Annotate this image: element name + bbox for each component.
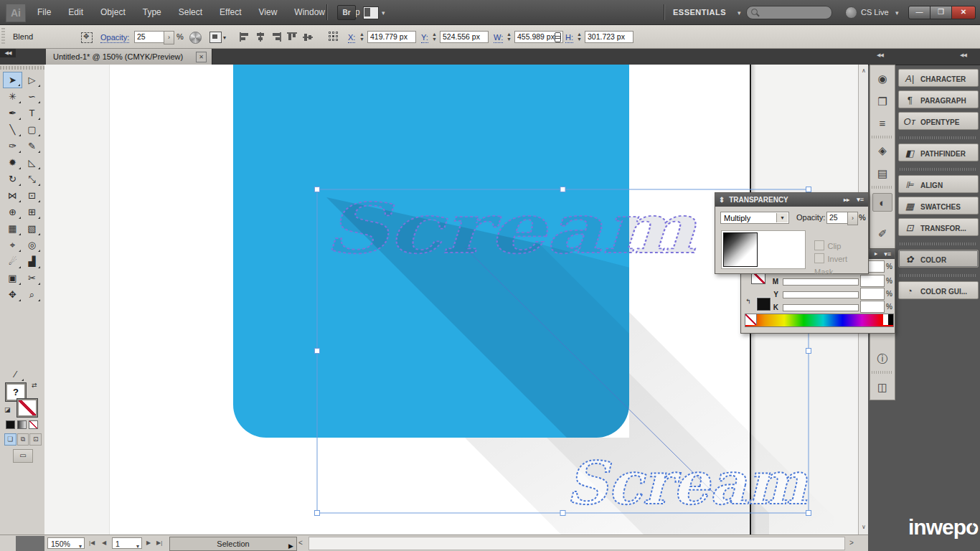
- cs-live-menu[interactable]: CS Live: [861, 0, 889, 24]
- align-top-icon[interactable]: [286, 32, 298, 42]
- panel-flyout-icon[interactable]: ▾≡: [884, 250, 891, 258]
- transparency-opacity-expand[interactable]: ›: [847, 212, 858, 225]
- invert-mask-checkbox[interactable]: [814, 253, 824, 263]
- align-to-caret-icon[interactable]: ▾: [223, 34, 226, 41]
- paintbrush-tool[interactable]: ✑: [3, 138, 22, 154]
- x-position-label[interactable]: X:: [348, 32, 355, 43]
- default-fill-stroke-icon[interactable]: ◪: [4, 406, 11, 413]
- artboard-number-select[interactable]: 1▾: [112, 537, 142, 549]
- stroke-swatch[interactable]: [17, 399, 37, 417]
- pencil-tool[interactable]: ✎: [22, 138, 42, 154]
- gradient-button[interactable]: [17, 420, 27, 429]
- menu-object[interactable]: Object: [92, 0, 134, 24]
- blend-mode-caret-icon[interactable]: ▾: [776, 213, 788, 222]
- align-to-selection-icon[interactable]: [209, 32, 222, 43]
- links-panel-icon[interactable]: ◫: [872, 378, 892, 397]
- none-button[interactable]: [29, 420, 38, 429]
- perspective-grid-tool[interactable]: ⊞: [22, 204, 42, 220]
- scroll-right-icon[interactable]: >: [849, 537, 854, 549]
- last-page-button[interactable]: ▶|: [156, 537, 162, 549]
- horizontal-scrollbar[interactable]: [308, 537, 845, 550]
- align-right-icon[interactable]: [270, 32, 283, 42]
- slice-tool[interactable]: ✂: [22, 270, 42, 286]
- collapse-icon-dock-button[interactable]: ◀◀: [877, 52, 883, 58]
- scream-text-bottom[interactable]: Scream: [566, 448, 808, 517]
- draw-behind-button[interactable]: ⧉: [17, 433, 29, 446]
- magenta-slider[interactable]: [783, 278, 859, 286]
- scale-tool[interactable]: ⤡: [22, 171, 42, 187]
- scroll-left-icon[interactable]: <: [298, 537, 303, 549]
- scroll-up-icon[interactable]: ∧: [859, 67, 869, 74]
- w-stepper[interactable]: ▲▼: [506, 32, 512, 42]
- control-bar-grip[interactable]: [1, 28, 5, 45]
- rectangle-tool[interactable]: ▢: [22, 121, 42, 138]
- canvas[interactable]: Scream Scream: [44, 65, 858, 534]
- menu-select[interactable]: Select: [170, 0, 211, 24]
- menu-type[interactable]: Type: [134, 0, 170, 24]
- opacity-expand-button[interactable]: ›: [164, 31, 174, 44]
- panel-collapse-icon[interactable]: ▸: [875, 250, 877, 257]
- workspace-caret-icon[interactable]: ▾: [738, 9, 741, 17]
- collapse-tabs-button[interactable]: ◀◀: [0, 49, 16, 57]
- white-black-swatches[interactable]: [883, 314, 893, 325]
- black-value-input[interactable]: [860, 301, 885, 313]
- pen-tool[interactable]: ✒: [3, 105, 22, 121]
- appearance-panel-icon[interactable]: ◉: [872, 70, 892, 88]
- none-swatch[interactable]: [745, 314, 757, 325]
- eraser-tool[interactable]: ◺: [22, 154, 42, 171]
- document-info-panel-icon[interactable]: ⓘ: [872, 349, 892, 368]
- width-label[interactable]: W:: [494, 32, 503, 43]
- color-stroke-swatch[interactable]: [757, 298, 771, 311]
- panel-arrows-icon[interactable]: ▸▸: [844, 193, 849, 207]
- search-input[interactable]: [746, 6, 832, 19]
- color-spectrum-bar[interactable]: [745, 314, 894, 327]
- arrange-documents-caret-icon[interactable]: ▾: [382, 9, 385, 17]
- zoom-tool[interactable]: ⌕: [22, 286, 42, 303]
- minimize-button[interactable]: —: [908, 6, 930, 19]
- artboard-caret-icon[interactable]: ▾: [136, 541, 139, 551]
- height-input[interactable]: 301.723 px: [585, 31, 633, 43]
- scream-text-top[interactable]: Scream: [324, 188, 697, 269]
- cs-live-caret-icon[interactable]: ▾: [895, 9, 899, 17]
- type-tool[interactable]: T: [22, 105, 42, 121]
- workspace-switcher[interactable]: ESSENTIALS: [673, 0, 726, 24]
- x-stepper[interactable]: ▲▼: [359, 32, 365, 42]
- arrange-documents-icon[interactable]: [363, 6, 379, 19]
- x-position-input[interactable]: 419.779 px: [367, 31, 416, 43]
- black-slider[interactable]: [783, 304, 859, 311]
- draw-normal-button[interactable]: ❏: [4, 433, 17, 446]
- opacity-link[interactable]: Opacity:: [100, 32, 129, 43]
- lasso-tool[interactable]: ∽: [22, 88, 42, 105]
- zoom-level-select[interactable]: 150%▾: [47, 537, 85, 549]
- reference-point-locator[interactable]: [329, 32, 339, 42]
- line-segment-tool[interactable]: ╲: [3, 121, 22, 138]
- status-display[interactable]: Selection ▶: [169, 537, 297, 551]
- graphic-styles-panel-icon[interactable]: ❐: [872, 93, 892, 111]
- close-button[interactable]: ✕: [951, 6, 976, 19]
- recolor-artwork-icon[interactable]: [189, 32, 202, 44]
- isolate-blend-icon[interactable]: [81, 32, 93, 43]
- scroll-down-icon[interactable]: ∨: [859, 524, 869, 530]
- layers-panel-icon[interactable]: ◈: [872, 141, 892, 160]
- shape-builder-tool[interactable]: ⊕: [3, 204, 22, 220]
- panel-button-paragraph[interactable]: ¶PARAGRAPH: [898, 90, 979, 108]
- panel-button-character[interactable]: A|CHARACTER: [898, 69, 979, 87]
- direct-selection-tool[interactable]: ▷: [22, 72, 42, 88]
- brushes-panel-icon[interactable]: ✐: [872, 225, 892, 243]
- eyedropper-tool[interactable]: ⌖: [3, 237, 22, 253]
- yellow-slider[interactable]: [783, 291, 859, 298]
- zoom-caret-icon[interactable]: ▾: [79, 541, 82, 551]
- align-center-icon[interactable]: [255, 32, 267, 42]
- blob-brush-tool[interactable]: ✹: [3, 154, 22, 171]
- y-position-label[interactable]: Y:: [421, 32, 428, 43]
- align-vcenter-icon[interactable]: [302, 32, 314, 42]
- panel-button-transform[interactable]: ⊡TRANSFOR...: [898, 218, 979, 236]
- draw-inside-button[interactable]: ⊡: [29, 433, 42, 446]
- rotate-tool[interactable]: ↻: [3, 171, 22, 187]
- panel-collapse-icon[interactable]: ⇕: [715, 196, 725, 204]
- width-tool[interactable]: ⋈: [3, 187, 22, 204]
- tools-panel-grip[interactable]: [0, 66, 44, 70]
- align-left-icon[interactable]: [239, 32, 251, 42]
- constrain-proportions-icon[interactable]: [554, 32, 560, 42]
- first-page-button[interactable]: |◀: [89, 537, 95, 549]
